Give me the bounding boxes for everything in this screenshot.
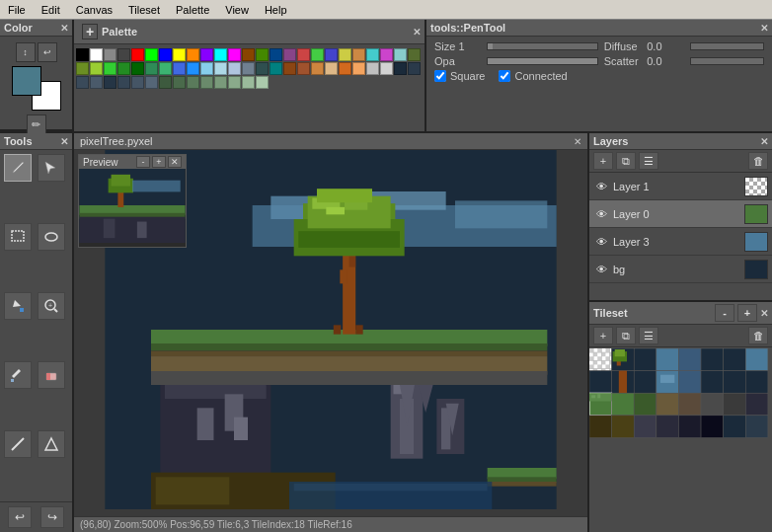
layer-row[interactable]: 👁 Layer 1 bbox=[589, 173, 772, 200]
palette-color-swatch[interactable] bbox=[325, 62, 338, 75]
palette-color-swatch[interactable] bbox=[270, 48, 282, 61]
palette-color-swatch[interactable] bbox=[131, 62, 144, 75]
layer-options-btn[interactable]: ☰ bbox=[639, 152, 658, 170]
arrow-tool-btn[interactable] bbox=[38, 154, 65, 182]
menu-help[interactable]: Help bbox=[257, 2, 295, 18]
palette-color-swatch[interactable] bbox=[90, 62, 103, 75]
palette-color-swatch[interactable] bbox=[408, 62, 421, 75]
line-tool-btn[interactable] bbox=[4, 430, 32, 458]
palette-panel-close[interactable]: ✕ bbox=[413, 27, 421, 38]
palette-color-swatch[interactable] bbox=[131, 48, 144, 61]
palette-color-swatch[interactable] bbox=[352, 62, 365, 75]
palette-color-swatch[interactable] bbox=[311, 48, 324, 61]
palette-color-swatch[interactable] bbox=[145, 62, 158, 75]
palette-color-swatch[interactable] bbox=[145, 76, 158, 89]
palette-color-swatch[interactable] bbox=[214, 76, 227, 89]
palette-color-swatch[interactable] bbox=[131, 76, 144, 89]
palette-color-swatch[interactable] bbox=[242, 62, 255, 75]
layer-row[interactable]: 👁 bg bbox=[589, 256, 772, 283]
palette-color-swatch[interactable] bbox=[297, 62, 310, 75]
palette-color-swatch[interactable] bbox=[394, 62, 407, 75]
palette-color-swatch[interactable] bbox=[380, 62, 393, 75]
palette-color-swatch[interactable] bbox=[173, 76, 186, 89]
palette-color-swatch[interactable] bbox=[242, 76, 255, 89]
duplicate-tileset-btn[interactable]: ⧉ bbox=[616, 327, 636, 344]
palette-color-swatch[interactable] bbox=[76, 62, 89, 75]
palette-color-swatch[interactable] bbox=[145, 48, 158, 61]
palette-color-swatch[interactable] bbox=[173, 48, 186, 61]
scatter-slider[interactable] bbox=[690, 57, 764, 65]
redo-btn[interactable]: ↪ bbox=[40, 506, 64, 528]
palette-color-swatch[interactable] bbox=[187, 62, 199, 75]
palette-color-swatch[interactable] bbox=[214, 48, 227, 61]
palette-color-swatch[interactable] bbox=[117, 76, 130, 89]
menu-tileset[interactable]: Tileset bbox=[120, 2, 168, 18]
layer-visibility-btn[interactable]: 👁 bbox=[593, 179, 609, 194]
palette-color-swatch[interactable] bbox=[159, 62, 172, 75]
palette-color-swatch[interactable] bbox=[200, 62, 213, 75]
preview-plus-btn[interactable]: + bbox=[152, 156, 166, 168]
undo-btn[interactable]: ↩ bbox=[8, 506, 32, 528]
palette-color-swatch[interactable] bbox=[256, 76, 269, 89]
palette-color-swatch[interactable] bbox=[256, 62, 269, 75]
palette-color-swatch[interactable] bbox=[352, 48, 365, 61]
tileset-minus-btn[interactable]: - bbox=[715, 304, 734, 322]
fg-bg-colors[interactable] bbox=[12, 66, 61, 111]
layers-close[interactable]: ✕ bbox=[760, 136, 768, 147]
palette-color-swatch[interactable] bbox=[200, 48, 213, 61]
delete-layer-btn[interactable]: 🗑 bbox=[748, 152, 768, 170]
duplicate-layer-btn[interactable]: ⧉ bbox=[616, 152, 636, 170]
canvas-content[interactable]: Preview - + ✕ bbox=[74, 150, 587, 509]
zoom-tool-btn[interactable]: + bbox=[38, 292, 65, 320]
menu-palette[interactable]: Palette bbox=[168, 2, 217, 18]
palette-color-swatch[interactable] bbox=[104, 62, 116, 75]
palette-color-swatch[interactable] bbox=[366, 62, 379, 75]
palette-color-swatch[interactable] bbox=[117, 48, 130, 61]
layer-row[interactable]: 👁 Layer 0 bbox=[589, 200, 772, 228]
palette-color-swatch[interactable] bbox=[76, 48, 89, 61]
tileset-plus-btn[interactable]: + bbox=[737, 304, 757, 322]
reset-colors-btn[interactable]: ↩ bbox=[38, 42, 57, 62]
diffuse-slider[interactable] bbox=[690, 42, 764, 50]
color-panel-close[interactable]: ✕ bbox=[60, 23, 68, 34]
palette-color-swatch[interactable] bbox=[339, 48, 351, 61]
preview-minus-btn[interactable]: - bbox=[136, 156, 150, 168]
palette-color-swatch[interactable] bbox=[159, 48, 172, 61]
palette-color-swatch[interactable] bbox=[104, 76, 116, 89]
palette-color-swatch[interactable] bbox=[311, 62, 324, 75]
tileset-options-btn[interactable]: ☰ bbox=[639, 327, 658, 344]
palette-color-swatch[interactable] bbox=[159, 76, 172, 89]
palette-color-swatch[interactable] bbox=[283, 62, 296, 75]
palette-color-swatch[interactable] bbox=[394, 48, 407, 61]
palette-color-swatch[interactable] bbox=[228, 48, 241, 61]
palette-color-swatch[interactable] bbox=[187, 76, 199, 89]
palette-color-swatch[interactable] bbox=[228, 62, 241, 75]
pentool-close[interactable]: ✕ bbox=[760, 23, 768, 34]
delete-tileset-btn[interactable]: 🗑 bbox=[748, 327, 768, 344]
preview-close-btn[interactable]: ✕ bbox=[168, 156, 182, 168]
swap-colors-btn[interactable]: ↕ bbox=[16, 42, 36, 62]
layer-visibility-btn[interactable]: 👁 bbox=[593, 262, 609, 277]
connected-checkbox[interactable] bbox=[499, 70, 510, 82]
palette-color-swatch[interactable] bbox=[256, 48, 269, 61]
palette-color-swatch[interactable] bbox=[380, 48, 393, 61]
eyedropper-btn[interactable] bbox=[4, 361, 32, 389]
rect-select-btn[interactable] bbox=[4, 223, 32, 251]
fill-tool-btn[interactable] bbox=[4, 292, 32, 320]
palette-color-swatch[interactable] bbox=[117, 62, 130, 75]
canvas-close[interactable]: ✕ bbox=[574, 136, 581, 147]
add-layer-btn[interactable]: + bbox=[593, 152, 613, 170]
menu-edit[interactable]: Edit bbox=[34, 2, 68, 18]
palette-color-swatch[interactable] bbox=[297, 48, 310, 61]
menu-view[interactable]: View bbox=[217, 2, 257, 18]
palette-color-swatch[interactable] bbox=[242, 48, 255, 61]
palette-color-swatch[interactable] bbox=[90, 48, 103, 61]
size-slider[interactable] bbox=[487, 42, 598, 50]
menu-canvas[interactable]: Canvas bbox=[68, 2, 120, 18]
palette-color-swatch[interactable] bbox=[366, 48, 379, 61]
tileset-close[interactable]: ✕ bbox=[760, 308, 768, 319]
palette-add-btn[interactable]: + bbox=[82, 24, 98, 39]
palette-color-swatch[interactable] bbox=[187, 48, 199, 61]
layer-visibility-btn[interactable]: 👁 bbox=[593, 206, 609, 222]
palette-color-swatch[interactable] bbox=[200, 76, 213, 89]
